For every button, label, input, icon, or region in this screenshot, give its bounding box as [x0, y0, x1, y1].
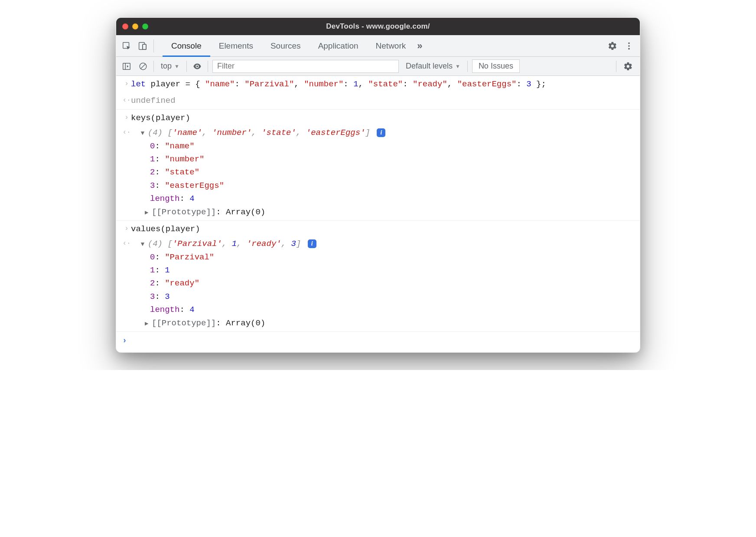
more-options-icon[interactable] [622, 39, 636, 53]
clear-console-icon[interactable] [137, 60, 149, 72]
array-prototype[interactable]: ▶[[Prototype]]: Array(0) [122, 206, 634, 219]
window-title: DevTools - www.google.com/ [116, 22, 640, 31]
console-input-row: › values(player) [116, 221, 640, 237]
collapse-toggle-icon[interactable]: ▼ [141, 239, 148, 249]
tab-sources[interactable]: Sources [262, 35, 310, 57]
console-result-row: ‹· undefined [116, 92, 640, 109]
live-expression-icon[interactable] [191, 60, 203, 72]
divider [153, 39, 154, 52]
inspect-element-icon[interactable] [120, 39, 134, 53]
context-selector[interactable]: top ▼ [158, 62, 182, 71]
divider [186, 61, 187, 72]
output-chevron-icon: ‹· [122, 126, 131, 139]
console-input-row: › let player = { "name": "Parzival", "nu… [116, 76, 640, 92]
console-result-row: ‹· ▼(4) ['Parzival', 1, 'ready', 3] i 0:… [116, 237, 640, 332]
array-item: 1: 1 [122, 264, 634, 277]
svg-point-6 [628, 48, 630, 49]
chevron-down-icon: ▼ [455, 63, 460, 69]
divider [616, 61, 616, 72]
info-icon[interactable]: i [308, 239, 316, 248]
array-length: length: 4 [122, 192, 634, 205]
array-item: 2: "ready" [122, 277, 634, 290]
console-output: › let player = { "name": "Parzival", "nu… [116, 76, 640, 352]
output-chevron-icon: ‹· [122, 237, 131, 250]
array-item: 0: "name" [122, 140, 634, 153]
array-length: length: 4 [122, 303, 634, 316]
expand-toggle-icon[interactable]: ▶ [145, 319, 152, 328]
svg-point-4 [628, 42, 630, 44]
input-chevron-icon: › [122, 111, 131, 124]
titlebar: DevTools - www.google.com/ [116, 18, 640, 35]
console-result-row: ‹· ▼(4) ['name', 'number', 'state', 'eas… [116, 126, 640, 221]
console-toolbar: top ▼ Default levels ▼ No Issues [116, 57, 640, 76]
array-item: 0: "Parzival" [122, 251, 634, 264]
filter-input[interactable] [212, 60, 399, 73]
array-item: 3: 3 [122, 290, 634, 303]
info-icon[interactable]: i [377, 128, 385, 137]
input-code[interactable]: let player = { "name": "Parzival", "numb… [131, 78, 634, 91]
input-code[interactable]: values(player) [131, 223, 634, 236]
log-levels-selector[interactable]: Default levels ▼ [403, 62, 463, 71]
more-tabs-icon[interactable]: » [414, 40, 425, 52]
svg-rect-7 [123, 63, 130, 69]
tab-elements[interactable]: Elements [210, 35, 262, 57]
expand-toggle-icon[interactable]: ▶ [145, 208, 152, 217]
array-item: 3: "easterEggs" [122, 179, 634, 192]
divider [208, 61, 208, 72]
undefined-result: undefined [131, 96, 176, 105]
settings-icon[interactable] [605, 39, 620, 53]
levels-label: Default levels [406, 62, 453, 71]
devtools-window: DevTools - www.google.com/ Console Eleme… [116, 17, 640, 353]
svg-point-5 [628, 45, 630, 47]
input-chevron-icon: › [122, 223, 131, 235]
input-code[interactable]: keys(player) [131, 111, 634, 124]
console-settings-icon[interactable] [621, 59, 635, 74]
output-chevron-icon: ‹· [122, 94, 131, 106]
prompt-chevron-icon: › [122, 334, 131, 347]
divider [467, 61, 468, 72]
console-prompt[interactable]: › [116, 332, 640, 352]
collapse-toggle-icon[interactable]: ▼ [141, 128, 148, 138]
svg-rect-2 [143, 44, 146, 49]
context-label: top [161, 62, 172, 71]
svg-marker-9 [127, 65, 129, 68]
array-prototype[interactable]: ▶[[Prototype]]: Array(0) [122, 317, 634, 330]
chevron-down-icon: ▼ [174, 63, 179, 69]
issues-button[interactable]: No Issues [472, 59, 520, 73]
tab-network[interactable]: Network [367, 35, 415, 57]
device-toolbar-icon[interactable] [135, 39, 149, 53]
array-item: 2: "state" [122, 166, 634, 179]
array-item: 1: "number" [122, 153, 634, 166]
panel-tabbar: Console Elements Sources Application Net… [116, 35, 640, 57]
input-chevron-icon: › [122, 78, 131, 90]
tab-console[interactable]: Console [163, 35, 210, 57]
svg-line-11 [141, 64, 146, 69]
divider [153, 61, 154, 72]
tab-application[interactable]: Application [310, 35, 367, 57]
console-sidebar-toggle-icon[interactable] [121, 60, 133, 72]
console-input-row: › keys(player) [116, 110, 640, 126]
panel-tabs: Console Elements Sources Application Net… [163, 35, 425, 57]
